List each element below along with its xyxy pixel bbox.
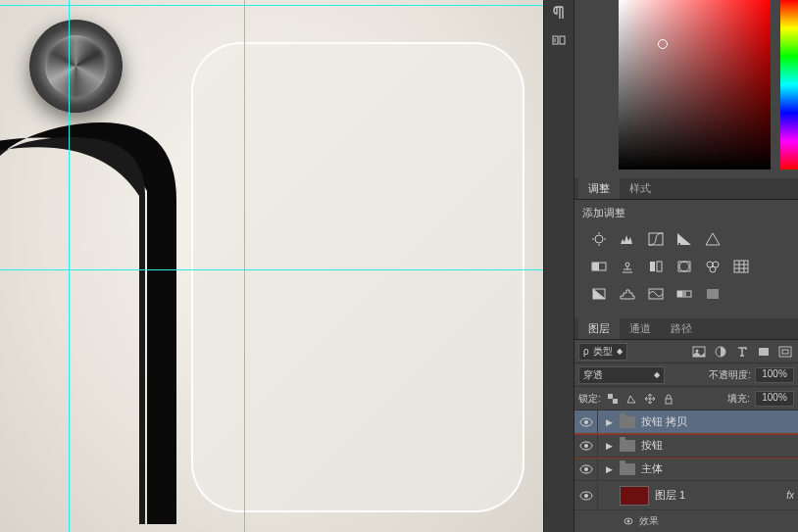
svg-point-42 [584,494,588,498]
svg-rect-31 [782,350,788,354]
lock-position-icon[interactable] [643,392,657,406]
hue-strip[interactable] [780,0,798,169]
exposure-icon[interactable] [673,230,695,248]
filter-pixel-icon[interactable] [690,343,708,361]
svg-rect-6 [592,263,599,270]
folder-icon [620,463,635,475]
svg-point-3 [595,235,603,243]
guide-vertical[interactable] [69,0,70,532]
lock-label: 锁定: [578,392,601,406]
collapsed-panel-strip [543,0,574,532]
svg-rect-30 [779,347,791,357]
svg-point-10 [679,262,689,271]
blend-mode-dropdown[interactable]: 穿透 ◆ [578,366,665,384]
channel-mixer-icon[interactable] [702,258,723,275]
blend-opacity-row: 穿透 ◆ 不透明度: 100% [574,363,798,387]
expand-arrow-icon[interactable]: ▶ [604,464,614,474]
eye-icon [623,516,633,526]
gradient-map-icon[interactable] [673,285,695,303]
folder-icon [620,416,635,428]
layers-filter-row: ρ 类型 ◆ [574,340,798,363]
svg-rect-33 [613,399,618,404]
threshold-icon[interactable] [645,285,667,303]
svg-rect-25 [707,289,719,299]
brightness-contrast-icon[interactable] [588,230,610,248]
adjustments-title: 添加调整 [582,206,790,220]
curves-icon[interactable] [645,230,667,248]
svg-rect-24 [682,291,686,297]
svg-rect-8 [650,262,655,271]
selective-color-icon[interactable] [702,285,723,303]
tab-channels[interactable]: 通道 [620,318,661,339]
lock-pixels-icon[interactable] [624,392,638,406]
layer-name[interactable]: 图层 1 [655,488,685,503]
lock-transparency-icon[interactable] [606,392,620,406]
paragraph-icon[interactable] [550,6,568,20]
color-marker[interactable] [658,39,668,49]
expand-arrow-icon[interactable]: ▶ [604,441,614,451]
fill-input[interactable]: 100% [755,391,794,407]
svg-point-38 [584,444,588,448]
svg-rect-1 [560,36,565,44]
layer-item[interactable]: ▶ 主体 [574,458,798,481]
levels-icon[interactable] [617,230,638,248]
svg-rect-9 [657,262,662,271]
canvas-content [0,0,543,532]
fill-label: 填充: [727,392,750,406]
canvas-area[interactable] [0,0,543,532]
visibility-toggle[interactable] [574,481,598,509]
filter-type-icon[interactable] [733,343,751,361]
filter-adjustment-icon[interactable] [712,343,729,361]
color-field[interactable] [619,0,771,169]
visibility-toggle[interactable] [574,458,598,480]
expand-arrow-icon[interactable]: ▶ [604,417,614,427]
posterize-icon[interactable] [617,285,638,303]
layer-thumbnail [620,486,649,506]
color-balance-icon[interactable] [617,258,638,275]
opacity-label: 不透明度: [709,368,751,382]
guide-horizontal[interactable] [0,269,543,270]
guide-vertical[interactable] [244,0,245,532]
layer-name[interactable]: 按钮 [641,438,663,453]
panels-column: 调整 样式 添加调整 [574,0,798,532]
color-lookup-icon[interactable] [730,258,752,275]
tab-styles[interactable]: 样式 [620,178,661,199]
layer-item[interactable]: ▶ 按钮 拷贝 [574,411,798,434]
svg-point-44 [627,520,630,523]
fx-badge[interactable]: fx [786,490,794,501]
svg-rect-15 [734,261,748,272]
color-picker-panel [574,0,798,178]
photo-filter-icon[interactable] [673,258,695,275]
invert-icon[interactable] [588,285,610,303]
artwork-black-curve [0,113,191,524]
svg-rect-32 [608,394,613,399]
layer-effects-row[interactable]: 效果 [574,510,798,532]
artwork-rounded-square [191,42,524,512]
layer-item[interactable]: ▶ 按钮 [574,434,798,458]
layer-item[interactable]: 图层 1 fx [574,481,798,510]
lock-all-icon[interactable] [662,392,675,406]
character-icon[interactable] [550,33,568,47]
vibrance-icon[interactable] [702,230,723,248]
hue-saturation-icon[interactable] [588,258,610,275]
layer-name[interactable]: 主体 [641,461,663,476]
guide-horizontal[interactable] [0,5,543,6]
tab-layers[interactable]: 图层 [578,318,620,339]
filter-smartobject-icon[interactable] [776,343,794,361]
artwork-knob [29,20,123,113]
visibility-toggle[interactable] [574,411,598,433]
black-white-icon[interactable] [645,258,667,275]
adjustments-row-3 [582,285,790,303]
layer-name[interactable]: 按钮 拷贝 [641,414,687,429]
visibility-toggle[interactable] [574,434,598,457]
filter-shape-icon[interactable] [755,343,773,361]
opacity-input[interactable]: 100% [755,367,794,383]
layers-panel: 图层 通道 路径 ρ 类型 ◆ 穿透 ◆ 不透明度: 1 [574,318,798,532]
folder-icon [620,440,635,452]
svg-point-14 [710,266,716,272]
layer-filter-dropdown[interactable]: ρ 类型 ◆ [578,343,627,361]
tab-adjustments[interactable]: 调整 [578,178,620,199]
svg-point-7 [625,263,629,266]
tab-paths[interactable]: 路径 [661,318,702,339]
svg-rect-34 [666,399,672,404]
